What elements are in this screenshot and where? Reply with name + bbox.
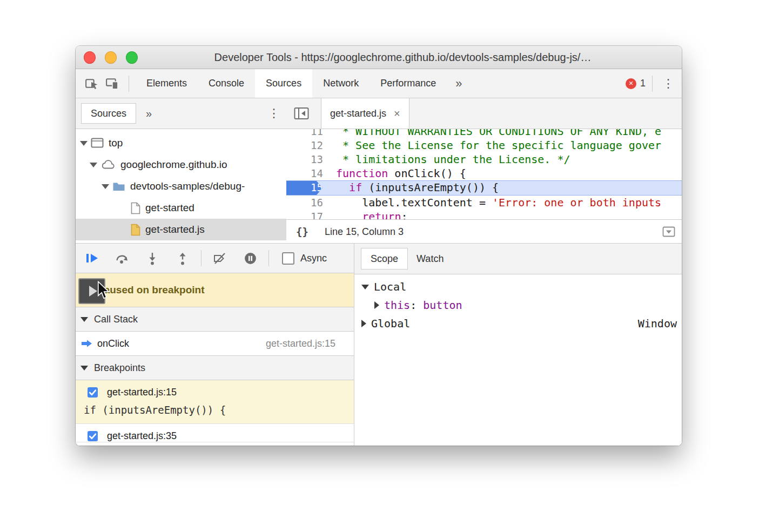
step-into-button[interactable] [140, 247, 164, 269]
keyword-token: function [336, 167, 388, 180]
resume-button[interactable] [80, 247, 104, 269]
code-editor: 11 * WITHOUT WARRANTIES OR CONDITIONS OF… [286, 129, 682, 219]
paused-message: Paused on breakpoint [97, 284, 204, 296]
title-bar: Developer Tools - https://googlechrome.g… [76, 46, 682, 69]
debugger-region: Async Paused on breakpoint Call Stack [76, 243, 682, 446]
tree-item-get-started[interactable]: get-started [76, 197, 286, 219]
navigator-more-tabs-button[interactable]: » [146, 107, 152, 120]
zoom-window-button[interactable] [126, 51, 138, 64]
async-checkbox-label: Async [300, 253, 327, 264]
toolbar-separator [201, 250, 201, 266]
scope-this-property[interactable]: this: button [354, 296, 682, 314]
pause-on-exceptions-icon [244, 252, 257, 265]
execution-line-gutter[interactable]: 15 [286, 181, 331, 195]
step-out-button[interactable] [171, 247, 194, 269]
string-token: 'Error: one or both inputs [492, 196, 661, 209]
scope-global-section[interactable]: Global Window [354, 314, 682, 333]
navigator-tab-sources[interactable]: Sources [81, 103, 136, 124]
code-line: 14 function onClick() { [286, 166, 682, 180]
gutter-line-number[interactable]: 14 [286, 166, 331, 180]
error-x-glyph: ✕ [628, 80, 633, 87]
tab-network[interactable]: Network [312, 69, 370, 98]
code-token: onClick() { [388, 167, 466, 180]
device-toolbar-button[interactable] [102, 73, 122, 94]
sources-navigator-pane: Sources » ⋮ top [76, 98, 287, 243]
gutter-line-number[interactable]: 16 [286, 196, 331, 210]
window-title: Developer Tools - https://googlechrome.g… [138, 51, 668, 64]
close-tab-icon[interactable]: × [394, 107, 400, 120]
tree-item-label: get-started [145, 202, 194, 214]
breakpoint-checkbox[interactable] [88, 431, 98, 441]
js-file-icon [131, 224, 140, 236]
file-tree: top googlechrome.github.io [76, 129, 286, 240]
minimize-window-button[interactable] [105, 51, 117, 64]
toolbar-separator [129, 76, 129, 92]
gutter-line-number[interactable]: 13 [286, 152, 331, 166]
tree-item-get-started-js[interactable]: get-started.js [76, 219, 286, 240]
call-stack-frame[interactable]: onClick get-started.js:15 [76, 332, 354, 355]
breakpoint-checkbox[interactable] [88, 387, 98, 398]
navigator-menu-button[interactable]: ⋮ [268, 106, 280, 120]
code-line: 11 * WITHOUT WARRANTIES OR CONDITIONS OF… [286, 129, 682, 138]
code-token: (inputsAreEmpty()) { [362, 181, 499, 194]
devtools-main-area: Sources » ⋮ top [76, 98, 682, 446]
scope-tab-bar: Scope Watch [354, 244, 682, 274]
breakpoint-item[interactable]: get-started.js:15 if (inputsAreEmpty()) … [76, 380, 354, 424]
property-name: this [384, 299, 410, 312]
code-scroll: 11 * WITHOUT WARRANTIES OR CONDITIONS OF… [286, 129, 682, 219]
main-menu-button[interactable]: ⋮ [659, 77, 677, 91]
frame-icon [91, 138, 104, 149]
more-tabs-button[interactable]: » [447, 77, 471, 91]
tab-console[interactable]: Console [198, 69, 255, 98]
call-stack-header[interactable]: Call Stack [76, 307, 354, 332]
collapse-icon [80, 317, 88, 322]
pause-on-exceptions-button[interactable] [238, 247, 262, 269]
play-icon [89, 286, 97, 297]
inspect-element-button[interactable] [81, 73, 102, 94]
panel-toggle-button[interactable] [662, 226, 675, 237]
mouse-cursor [97, 281, 110, 300]
tree-item-folder[interactable]: devtools-samples/debug- [76, 176, 286, 197]
pretty-print-button[interactable]: {} [296, 226, 308, 238]
breakpoint-item[interactable]: get-started.js:35 [76, 424, 354, 442]
frame-function-name: onClick [97, 338, 129, 349]
property-value: button [423, 299, 462, 312]
tab-performance[interactable]: Performance [370, 69, 447, 98]
collapse-icon [80, 366, 88, 371]
collapse-icon [102, 184, 109, 189]
editor-tab-get-started-js[interactable]: get-started.js × [321, 98, 409, 129]
devtools-window: Developer Tools - https://googlechrome.g… [76, 46, 682, 446]
tab-elements[interactable]: Elements [136, 69, 198, 98]
section-title: Call Stack [94, 314, 138, 325]
breakpoint-code-preview: if (inputsAreEmpty()) { [84, 404, 354, 416]
step-over-button[interactable] [110, 247, 134, 269]
code-token [336, 181, 349, 194]
tab-watch[interactable]: Watch [417, 253, 444, 265]
folder-icon [112, 181, 125, 192]
gutter-line-number[interactable]: 11 [286, 129, 331, 138]
close-window-button[interactable] [84, 51, 96, 64]
tree-item-origin[interactable]: googlechrome.github.io [76, 154, 286, 176]
tree-item-top[interactable]: top [76, 132, 286, 154]
error-badge-icon[interactable]: ✕ [626, 78, 636, 89]
execution-arrow-icon [81, 339, 93, 348]
comment-token: * WITHOUT WARRANTIES OR CONDITIONS OF AN… [336, 129, 661, 138]
deactivate-breakpoints-button[interactable] [208, 247, 232, 269]
property-separator: : [410, 299, 423, 312]
toggle-navigator-button[interactable] [291, 103, 312, 124]
async-checkbox[interactable] [282, 252, 294, 265]
tab-sources[interactable]: Sources [255, 69, 312, 98]
expand-icon [361, 320, 366, 327]
scope-local-section[interactable]: Local [354, 278, 682, 296]
scope-watch-pane: Scope Watch Local this: button Global [354, 244, 682, 446]
section-title: Breakpoints [94, 362, 145, 374]
collapse-icon [90, 163, 97, 167]
breakpoints-header[interactable]: Breakpoints [76, 355, 354, 380]
editor-pane: get-started.js × 11 * WITHOUT WARRANTIES… [286, 98, 682, 243]
tab-scope[interactable]: Scope [361, 248, 408, 270]
gutter-line-number[interactable]: 17 [286, 210, 331, 219]
gutter-line-number[interactable]: 12 [286, 138, 331, 152]
toolbar-right-group: ✕ 1 ⋮ [626, 76, 682, 92]
debugger-sidebar: Async Paused on breakpoint Call Stack [76, 244, 354, 446]
step-out-icon [177, 252, 189, 265]
